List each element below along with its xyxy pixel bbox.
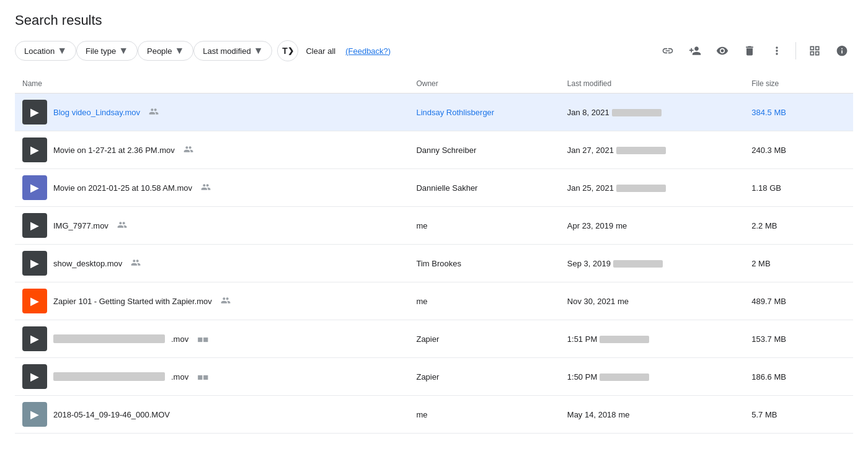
file-owner-cell: Dannielle Sakher bbox=[409, 169, 559, 207]
file-name-cell: ▶ Zapier 101 - Getting Started with Zapi… bbox=[15, 282, 409, 320]
file-modified-cell: Jan 27, 2021 bbox=[560, 131, 744, 169]
owner-text: me bbox=[416, 410, 427, 419]
file-modified-cell: May 14, 2018 me bbox=[560, 396, 744, 434]
file-modified-cell: Jan 25, 2021 bbox=[560, 169, 744, 207]
add-person-icon-button[interactable] bbox=[684, 40, 706, 62]
modified-date: Jan 8, 2021 bbox=[567, 108, 609, 117]
file-thumbnail: ▶ bbox=[22, 402, 47, 427]
grid-view-button[interactable] bbox=[804, 40, 826, 62]
file-size-cell: 2.2 MB bbox=[744, 207, 853, 245]
file-owner-cell: Tim Brookes bbox=[409, 245, 559, 282]
file-thumbnail: ▶ bbox=[22, 289, 47, 313]
owner-text: Danny Schreiber bbox=[416, 146, 476, 155]
file-thumbnail: ▶ bbox=[22, 100, 47, 124]
shared-people-icon bbox=[184, 144, 193, 156]
table-row[interactable]: ▶ show_desktop.mov Tim Brookes Sep 3, 20… bbox=[15, 245, 853, 282]
table-row[interactable]: ▶ Movie on 1-27-21 at 2.36 PM.mov Danny … bbox=[15, 131, 853, 169]
play-icon: ▶ bbox=[30, 181, 39, 194]
table-row[interactable]: ▶ .mov ■■ Zapier 1:50 PM 186.6 MB bbox=[15, 358, 853, 396]
file-size-text: 186.6 MB bbox=[751, 372, 786, 382]
expand-icon: ❯ bbox=[288, 46, 294, 55]
file-size-text: 240.3 MB bbox=[751, 146, 786, 155]
file-size-text: 1.18 GB bbox=[751, 183, 781, 193]
table-row[interactable]: ▶ IMG_7977.mov me Apr 23, 2019 me 2.2 MB bbox=[15, 207, 853, 245]
blurred-modifier bbox=[616, 147, 666, 154]
grid-view-icon bbox=[808, 45, 821, 57]
file-name-text: 2018-05-14_09-19-46_000.MOV bbox=[53, 410, 170, 419]
play-icon: ▶ bbox=[30, 332, 39, 346]
link-icon-button[interactable] bbox=[657, 40, 679, 62]
modified-by: me bbox=[618, 297, 629, 306]
file-name-cell: ▶ IMG_7977.mov bbox=[15, 207, 409, 245]
filter-people-button[interactable]: People▼ bbox=[138, 41, 193, 61]
table-row[interactable]: ▶ .mov ■■ Zapier 1:51 PM 153.7 MB bbox=[15, 320, 853, 358]
chevron-down-icon: ▼ bbox=[254, 45, 264, 56]
col-header-size: File size bbox=[744, 74, 853, 94]
feedback-button[interactable]: (Feedback?) bbox=[343, 43, 393, 59]
shared-people-icon bbox=[221, 295, 231, 307]
file-name-text: IMG_7977.mov bbox=[53, 221, 108, 230]
chevron-down-icon: ▼ bbox=[174, 45, 184, 56]
file-size-text: 153.7 MB bbox=[751, 334, 786, 344]
file-size-cell: 186.6 MB bbox=[744, 358, 853, 396]
preview-icon-button[interactable] bbox=[711, 40, 733, 62]
blurred-modifier bbox=[612, 109, 662, 116]
filter-label: Location bbox=[24, 46, 55, 56]
table-row[interactable]: ▶ 2018-05-14_09-19-46_000.MOV me May 14,… bbox=[15, 396, 853, 434]
file-ext: .mov bbox=[171, 372, 188, 382]
file-name-cell: ▶ Blog video_Lindsay.mov bbox=[15, 94, 409, 131]
filter-file-type-button[interactable]: File type▼ bbox=[76, 41, 138, 61]
file-size-cell: 489.7 MB bbox=[744, 282, 853, 320]
play-icon: ▶ bbox=[30, 143, 39, 157]
modified-date: May 14, 2018 bbox=[567, 410, 616, 419]
col-header-name: Name bbox=[15, 74, 409, 94]
modified-date: Nov 30, 2021 bbox=[567, 297, 615, 306]
file-size-text: 384.5 MB bbox=[751, 108, 786, 117]
delete-icon-button[interactable] bbox=[738, 40, 761, 62]
add-person-icon bbox=[689, 45, 701, 57]
play-icon: ▶ bbox=[30, 408, 39, 421]
file-size-text: 489.7 MB bbox=[751, 297, 786, 306]
file-size-cell: 240.3 MB bbox=[744, 131, 853, 169]
modified-date: Jan 25, 2021 bbox=[567, 183, 614, 193]
more-options-icon-button[interactable] bbox=[766, 40, 788, 62]
modified-by: me bbox=[616, 221, 627, 230]
play-icon: ▶ bbox=[30, 294, 39, 308]
modified-date: Jan 27, 2021 bbox=[567, 146, 614, 155]
info-icon-button[interactable] bbox=[831, 40, 853, 62]
clear-all-button[interactable]: Clear all bbox=[303, 43, 338, 59]
col-header-owner: Owner bbox=[409, 74, 559, 94]
shared-people-icon bbox=[201, 182, 211, 194]
table-header: Name Owner Last modified File size bbox=[15, 74, 853, 94]
file-thumbnail: ▶ bbox=[22, 175, 47, 200]
shared-computer-icon: ■■ bbox=[197, 372, 208, 382]
file-name-text: Movie on 2021-01-25 at 10.58 AM.mov bbox=[53, 183, 192, 193]
filter-label: File type bbox=[86, 46, 116, 56]
more-options-icon bbox=[771, 45, 783, 57]
table-row[interactable]: ▶ Blog video_Lindsay.mov Lindsay Rothlis… bbox=[15, 94, 853, 131]
play-icon: ▶ bbox=[30, 105, 39, 119]
file-name-link[interactable]: Blog video_Lindsay.mov bbox=[53, 108, 140, 117]
chevron-down-icon: ▼ bbox=[57, 45, 67, 56]
shared-people-icon bbox=[149, 107, 159, 118]
file-owner-cell: Zapier bbox=[409, 320, 559, 358]
table-row[interactable]: ▶ Zapier 101 - Getting Started with Zapi… bbox=[15, 282, 853, 320]
blurred-filename bbox=[53, 334, 165, 343]
modified-date: 1:50 PM bbox=[567, 372, 597, 382]
file-thumbnail: ▶ bbox=[22, 364, 47, 389]
owner-text: Zapier bbox=[416, 372, 439, 382]
filter-last-modified-button[interactable]: Last modified▼ bbox=[193, 41, 272, 61]
toolbar: Location▼File type▼People▼Last modified▼… bbox=[15, 40, 853, 62]
table-row[interactable]: ▶ Movie on 2021-01-25 at 10.58 AM.mov Da… bbox=[15, 169, 853, 207]
more-filters-button[interactable]: T ❯ bbox=[277, 40, 298, 61]
page-title: Search results bbox=[15, 12, 853, 28]
results-table-wrapper: Name Owner Last modified File size ▶ Blo… bbox=[15, 74, 853, 434]
owner-link[interactable]: Lindsay Rothlisberger bbox=[416, 108, 494, 117]
blurred-filename bbox=[53, 372, 165, 381]
filter-location-button[interactable]: Location▼ bbox=[15, 41, 76, 61]
table-body: ▶ Blog video_Lindsay.mov Lindsay Rothlis… bbox=[15, 94, 853, 434]
file-modified-cell: Sep 3, 2019 bbox=[560, 245, 744, 282]
file-thumbnail: ▶ bbox=[22, 326, 47, 351]
blurred-modifier bbox=[600, 336, 649, 343]
col-header-modified: Last modified bbox=[560, 74, 744, 94]
